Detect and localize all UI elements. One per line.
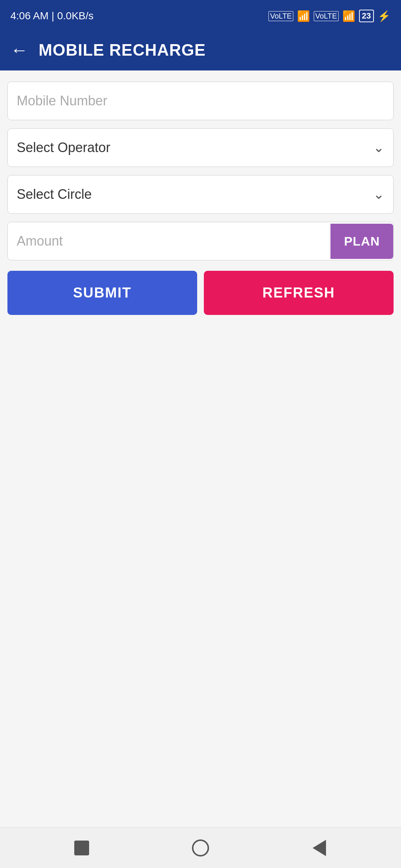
nav-home-button[interactable] bbox=[191, 838, 210, 858]
battery-display: 23 bbox=[359, 10, 374, 22]
signal-icon-2: 📶 bbox=[342, 10, 355, 22]
select-circle-dropdown[interactable]: Select Circle ⌄ bbox=[7, 175, 394, 214]
circle-icon bbox=[192, 839, 209, 857]
time-display: 4:06 AM bbox=[10, 10, 49, 22]
plan-button[interactable]: PLAN bbox=[330, 224, 393, 259]
app-header: ← MOBILE RECHARGE bbox=[0, 30, 401, 70]
separator: | bbox=[52, 10, 54, 22]
nav-square-button[interactable] bbox=[72, 838, 91, 858]
mobile-number-input[interactable] bbox=[17, 93, 384, 109]
main-content: Select Operator ⌄ Select Circle ⌄ PLAN S… bbox=[0, 70, 401, 827]
chevron-down-icon-2: ⌄ bbox=[373, 187, 384, 202]
nav-bar bbox=[0, 827, 401, 868]
action-row: SUBMIT REFRESH bbox=[7, 271, 394, 315]
chevron-down-icon: ⌄ bbox=[373, 140, 384, 155]
status-bar-right: VoLTE 📶 VoLTE 📶 23 ⚡ bbox=[268, 10, 391, 22]
back-button[interactable]: ← bbox=[10, 41, 28, 59]
volte-icon-2: VoLTE bbox=[314, 11, 339, 21]
select-operator-label: Select Operator bbox=[17, 140, 110, 155]
square-icon bbox=[74, 841, 89, 855]
submit-button[interactable]: SUBMIT bbox=[7, 271, 197, 315]
volte-icon: VoLTE bbox=[268, 11, 293, 21]
select-circle-label: Select Circle bbox=[17, 187, 92, 202]
amount-input[interactable] bbox=[8, 222, 330, 260]
signal-icon-1: 📶 bbox=[297, 10, 310, 22]
charging-icon: ⚡ bbox=[378, 10, 391, 22]
mobile-number-field[interactable] bbox=[7, 82, 394, 120]
page-title: MOBILE RECHARGE bbox=[39, 41, 206, 59]
status-bar: 4:06 AM | 0.0KB/s VoLTE 📶 VoLTE 📶 23 ⚡ bbox=[0, 0, 401, 30]
triangle-icon bbox=[313, 840, 326, 856]
status-bar-left: 4:06 AM | 0.0KB/s bbox=[10, 10, 94, 22]
network-speed: 0.0KB/s bbox=[57, 10, 94, 22]
select-operator-dropdown[interactable]: Select Operator ⌄ bbox=[7, 128, 394, 167]
nav-back-button[interactable] bbox=[310, 838, 329, 858]
refresh-button[interactable]: REFRESH bbox=[204, 271, 394, 315]
amount-field[interactable]: PLAN bbox=[7, 222, 394, 260]
